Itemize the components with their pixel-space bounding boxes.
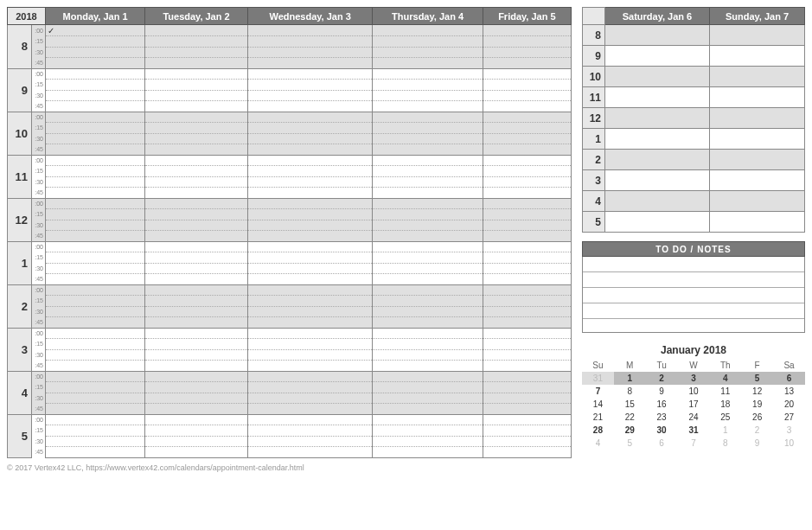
time-slot[interactable] [373, 317, 483, 329]
weekend-slot[interactable] [709, 129, 804, 150]
time-slot[interactable] [373, 425, 483, 437]
time-slot[interactable] [145, 371, 248, 382]
time-slot[interactable] [145, 166, 248, 177]
time-slot[interactable] [483, 328, 571, 339]
time-slot[interactable] [46, 393, 145, 404]
time-slot[interactable] [373, 155, 483, 166]
time-slot[interactable] [247, 447, 373, 458]
time-slot[interactable] [247, 252, 373, 264]
time-slot[interactable] [373, 188, 483, 199]
time-slot[interactable] [145, 188, 248, 199]
time-slot[interactable] [373, 241, 483, 252]
time-slot[interactable] [483, 209, 571, 220]
time-slot[interactable] [483, 241, 571, 252]
time-slot[interactable] [373, 58, 483, 69]
time-slot[interactable] [46, 241, 145, 252]
time-slot[interactable] [247, 425, 373, 437]
time-slot[interactable] [483, 112, 571, 123]
time-slot[interactable] [373, 176, 483, 188]
time-slot[interactable] [145, 176, 248, 188]
time-slot[interactable] [373, 112, 483, 123]
time-slot[interactable] [373, 252, 483, 264]
time-slot[interactable] [46, 414, 145, 425]
time-slot[interactable] [373, 144, 483, 156]
time-slot[interactable] [46, 382, 145, 393]
time-slot[interactable] [46, 284, 145, 296]
time-slot[interactable] [145, 241, 248, 252]
weekend-slot[interactable] [605, 191, 710, 212]
time-slot[interactable] [145, 144, 248, 156]
time-slot[interactable] [145, 393, 248, 404]
time-slot[interactable] [247, 393, 373, 404]
time-slot[interactable] [373, 209, 483, 220]
time-slot[interactable] [247, 47, 373, 58]
time-slot[interactable] [483, 361, 571, 372]
time-slot[interactable] [373, 263, 483, 274]
weekend-slot[interactable] [605, 87, 710, 108]
time-slot[interactable] [373, 274, 483, 285]
time-slot[interactable] [247, 90, 373, 101]
time-slot[interactable] [46, 371, 145, 382]
time-slot[interactable] [145, 36, 248, 48]
time-slot[interactable] [247, 133, 373, 144]
time-slot[interactable] [373, 296, 483, 307]
time-slot[interactable] [483, 176, 571, 188]
time-slot[interactable] [483, 393, 571, 404]
time-slot[interactable] [373, 80, 483, 91]
time-slot[interactable] [46, 123, 145, 134]
weekend-slot[interactable] [709, 46, 804, 67]
time-slot[interactable] [46, 47, 145, 58]
weekend-slot[interactable] [605, 129, 710, 150]
time-slot[interactable] [373, 220, 483, 231]
time-slot[interactable] [46, 198, 145, 209]
time-slot[interactable] [483, 198, 571, 209]
time-slot[interactable] [247, 80, 373, 91]
time-slot[interactable] [247, 371, 373, 382]
time-slot[interactable] [483, 133, 571, 144]
time-slot[interactable] [145, 425, 248, 437]
time-slot[interactable] [373, 68, 483, 80]
time-slot[interactable] [46, 252, 145, 264]
weekend-slot[interactable] [709, 25, 804, 46]
time-slot[interactable] [483, 80, 571, 91]
time-slot[interactable] [46, 328, 145, 339]
time-slot[interactable] [373, 47, 483, 58]
time-slot[interactable] [247, 328, 373, 339]
time-slot[interactable] [46, 349, 145, 361]
time-slot[interactable] [247, 209, 373, 220]
time-slot[interactable] [373, 231, 483, 242]
time-slot[interactable] [483, 382, 571, 393]
time-slot[interactable] [46, 155, 145, 166]
time-slot[interactable] [145, 220, 248, 231]
time-slot[interactable] [247, 58, 373, 69]
time-slot[interactable] [373, 166, 483, 177]
time-slot[interactable] [145, 101, 248, 112]
time-slot[interactable] [373, 349, 483, 361]
time-slot[interactable] [373, 436, 483, 447]
time-slot[interactable] [483, 263, 571, 274]
time-slot[interactable] [145, 198, 248, 209]
time-slot[interactable] [247, 188, 373, 199]
time-slot[interactable] [145, 231, 248, 242]
time-slot[interactable] [145, 349, 248, 361]
time-slot[interactable] [145, 155, 248, 166]
time-slot[interactable] [247, 436, 373, 447]
time-slot[interactable] [483, 404, 571, 415]
time-slot[interactable] [145, 361, 248, 372]
todo-body[interactable] [582, 257, 805, 333]
weekend-slot[interactable] [709, 67, 804, 87]
time-slot[interactable] [373, 447, 483, 458]
time-slot[interactable] [46, 306, 145, 317]
time-slot[interactable] [373, 123, 483, 134]
time-slot[interactable] [483, 339, 571, 350]
time-slot[interactable] [373, 339, 483, 350]
time-slot[interactable] [247, 241, 373, 252]
time-slot[interactable] [483, 36, 571, 48]
time-slot[interactable] [483, 231, 571, 242]
time-slot[interactable] [247, 155, 373, 166]
time-slot[interactable] [145, 274, 248, 285]
time-slot[interactable] [145, 317, 248, 329]
weekend-slot[interactable] [605, 67, 710, 87]
time-slot[interactable] [145, 25, 248, 36]
time-slot[interactable] [46, 436, 145, 447]
